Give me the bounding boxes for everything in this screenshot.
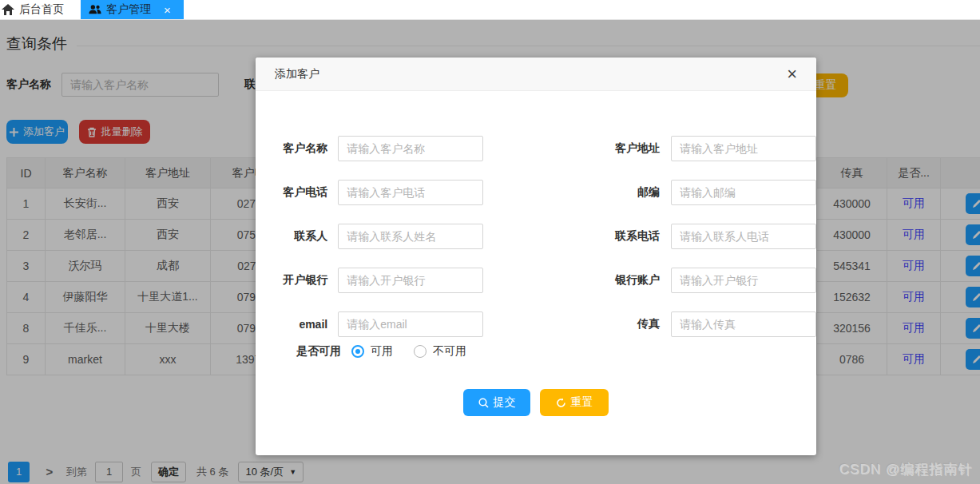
enabled-radio-row: 是否可用 可用 不可用 [256,343,466,360]
field-label: 联系电话 [483,229,660,244]
bank-name-field[interactable] [338,268,483,293]
modal-body: 客户名称 客户地址 客户电话 邮编 联系人 联系电话 开户银行 银行账户 [256,91,816,454]
close-icon[interactable]: × [787,65,797,83]
add-customer-modal: 添加客户 × 客户名称 客户地址 客户电话 邮编 联系人 联系电话 [256,58,816,455]
radio-enabled-yes[interactable]: 可用 [351,344,393,359]
form-row: 联系人 联系电话 [256,224,816,249]
radio-unselected-icon [414,345,427,358]
tab-bar: 后台首页 客户管理 × [0,0,980,20]
modal-actions: 提交 重置 [256,389,816,416]
tab-home-label: 后台首页 [19,2,64,17]
refresh-icon [556,398,566,408]
users-icon [89,4,101,15]
field-label: 传真 [483,317,660,331]
fax-field[interactable] [671,311,816,337]
home-icon [2,4,14,15]
field-label: 银行账户 [483,273,660,288]
field-label: 客户地址 [483,141,660,156]
app-window: 后台首页 客户管理 × 查询条件 客户名称 联系人 重置 [0,0,980,484]
form-row: 客户电话 邮编 [256,180,816,205]
contact-person-field[interactable] [338,224,483,249]
modal-header: 添加客户 × [256,58,816,91]
field-label: 客户名称 [256,141,327,156]
contact-phone-field[interactable] [671,224,816,249]
bank-account-field[interactable] [671,268,816,293]
field-label: 客户电话 [256,185,327,200]
tab-customer-label: 客户管理 [106,2,151,17]
field-label: email [256,318,327,331]
customer-name-field[interactable] [338,136,483,161]
tab-customer-management[interactable]: 客户管理 × [81,0,184,19]
email-field[interactable] [338,311,483,337]
enabled-label: 是否可用 [256,344,341,359]
modal-reset-button[interactable]: 重置 [540,389,609,416]
field-label: 联系人 [256,229,327,244]
zipcode-field[interactable] [671,180,816,205]
radio-selected-icon [351,345,364,358]
close-icon[interactable]: × [164,4,171,16]
submit-button[interactable]: 提交 [463,389,530,416]
field-label: 开户银行 [256,273,327,288]
search-icon [478,398,489,408]
form-row: 开户银行 银行账户 [256,268,816,293]
field-label: 邮编 [483,185,660,200]
form-row: email 传真 [256,311,816,337]
radio-enabled-no[interactable]: 不可用 [414,344,466,359]
form-row: 客户名称 客户地址 [256,136,816,161]
modal-title: 添加客户 [275,67,319,81]
csdn-watermark: CSDN @编程指南针 [839,460,972,478]
customer-phone-field[interactable] [338,180,483,205]
customer-address-field[interactable] [671,136,816,161]
tab-home[interactable]: 后台首页 [0,0,73,19]
